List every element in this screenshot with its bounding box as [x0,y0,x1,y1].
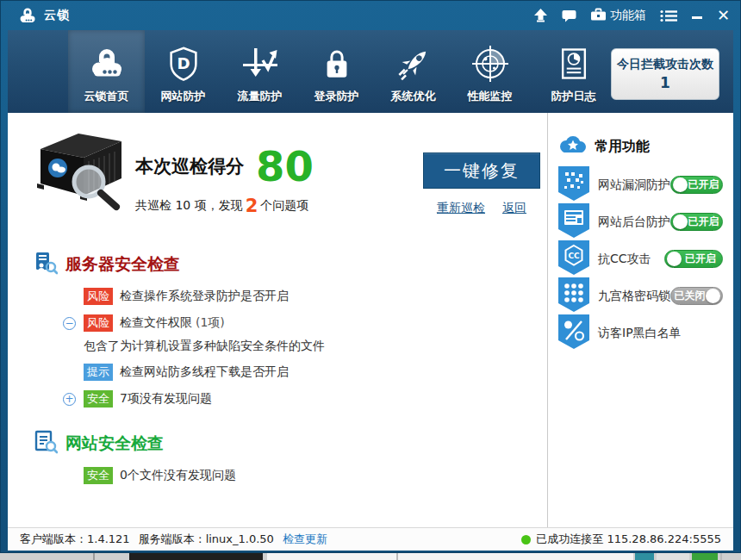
radar-icon [470,41,511,86]
nav-tab-website-protection[interactable]: D 网站防护 [145,30,221,113]
site-check-icon [34,430,58,457]
feature-label: 九宫格密码锁 [598,289,670,304]
upgrade-arrow-icon[interactable] [533,9,548,22]
app-title: 云锁 [44,8,70,23]
background-window-sliver [0,552,741,560]
nav-label-login-protection: 登录防护 [314,89,359,104]
scan-summary-text: 共巡检 10 项，发现 2 个问题项 [135,196,314,216]
toggle-anti-cc-attack[interactable]: 已开启 [664,250,723,268]
check-item-text: 检查文件权限 [120,315,192,331]
server-check-icon [34,251,58,278]
cc-shield-icon: CC [558,240,589,278]
check-item-note: 包含了为计算机设置多种缺陷安全条件的文件 [84,339,547,354]
nav-label-home: 云锁首页 [84,89,129,104]
server-scan-illustration [23,127,134,216]
nav-tab-home[interactable]: 云锁首页 [68,30,145,113]
toolbox-label: 功能箱 [610,8,646,23]
feature-label: 访客IP黑白名单 [598,326,682,341]
feature-website-backend-protection[interactable]: 网站后台防护 已开启 [558,203,733,240]
nav-tab-traffic-protection[interactable]: 流量防护 [221,30,298,113]
one-click-fix-button[interactable]: 一键修复 [423,152,540,189]
grid-shield-icon [558,277,589,315]
feature-pattern-lock[interactable]: 九宫格密码锁 已关闭 [558,277,733,314]
vuln-shield-icon [558,166,589,204]
score-label: 本次巡检得分 [135,154,244,178]
menu-list-icon[interactable] [660,9,677,22]
check-item-text: 0个文件没有发现问题 [120,468,236,483]
connection-status-dot [521,535,531,544]
nav-label-system-optimize: 系统优化 [391,89,436,104]
cloud-lock-icon [86,41,128,86]
feature-anti-cc-attack[interactable]: CC 抗CC攻击 已开启 [558,240,733,277]
main-navigation: 云锁首页 D 网站防护 流量防护 [8,30,733,113]
nav-tab-performance-monitor[interactable]: 性能监控 [451,30,528,113]
check-update-link[interactable]: 检查更新 [283,532,327,547]
risk-badge: 风险 [84,288,113,305]
scan-summary: 本次巡检得分 80 共巡检 10 项，发现 2 个问题项 一键修复 重新巡检 返… [8,125,547,228]
status-bar: 客户端版本：1.4.121 服务端版本：linux_1.0.50 检查更新 已成… [8,527,733,551]
safe-badge: 安全 [84,390,113,408]
shield-d-icon: D [164,41,203,86]
check-item-file-permission: − 风险 检查文件权限 (1项) [84,314,547,332]
summary-suffix: 个问题项 [260,198,308,214]
toolbox-button[interactable]: 功能箱 [590,8,646,24]
nav-tab-system-optimize[interactable]: 系统优化 [375,30,451,113]
rocket-icon [393,41,434,86]
toggle-knob [667,252,682,266]
toggle-website-vuln-protection[interactable]: 已开启 [670,176,723,194]
feature-ip-blackwhite-list[interactable]: 访客IP黑白名单 [558,314,733,352]
tip-badge: 提示 [84,364,113,381]
collapse-icon[interactable]: − [63,317,76,330]
score-block: 本次巡检得分 80 共巡检 10 项，发现 2 个问题项 [135,146,314,216]
title-bar: 云锁 功能箱 ✕ [1,1,740,30]
risk-badge: 风险 [84,314,113,332]
toggle-knob [706,289,720,303]
nav-tab-protection-log[interactable]: 防护日志 [535,30,612,113]
sidebar-title: 常用功能 [595,138,650,156]
content-area: 本次巡检得分 80 共巡检 10 项，发现 2 个问题项 一键修复 重新巡检 返… [8,113,733,551]
nav-tab-login-protection[interactable]: 登录防护 [298,30,375,113]
fix-actions: 一键修复 重新巡检 返回 [413,152,547,216]
toggle-website-backend-protection[interactable]: 已开启 [670,213,723,231]
nav-label-traffic-protection: 流量防护 [238,89,283,104]
nav-label-website-protection: 网站防护 [161,89,206,104]
site-check-title: 网站安全检查 [65,432,164,455]
feature-website-vuln-protection[interactable]: 网站漏洞防护 已开启 [558,166,733,203]
feature-label: 网站漏洞防护 [598,177,670,193]
svg-text:CC: CC [568,252,580,260]
rescan-link[interactable]: 重新巡检 [437,201,485,216]
toolbox-icon [590,8,607,24]
connection-status-text: 已成功连接至 115.28.86.224:5555 [536,532,721,547]
traffic-arrows-icon [240,41,281,86]
main-panel: 本次巡检得分 80 共巡检 10 项，发现 2 个问题项 一键修复 重新巡检 返… [8,113,547,527]
app-window: 云锁 功能箱 ✕ [0,0,741,553]
attack-counter-card: 今日拦截攻击次数 1 [611,48,719,100]
summary-prefix: 共巡检 10 项，发现 [135,198,243,214]
nav-label-performance-monitor: 性能监控 [468,89,513,104]
site-check-section: 网站安全检查 安全 0个文件没有发现问题 [34,430,547,484]
feature-label: 抗CC攻击 [598,252,651,267]
back-link[interactable]: 返回 [502,201,526,216]
toggle-pattern-lock[interactable]: 已关闭 [670,287,723,305]
feature-label: 网站后台防护 [598,215,670,230]
common-functions-sidebar: 常用功能 网站漏洞防护 [547,113,733,527]
check-item-os-login: 风险 检查操作系统登录防护是否开启 [84,288,547,305]
check-item-site-safe: 安全 0个文件没有发现问题 [84,467,547,484]
backend-shield-icon [558,203,589,241]
cloud-star-icon [558,135,588,158]
check-item-safe-group: + 安全 7项没有发现问题 [84,390,547,408]
check-item-multithread-download: 提示 检查网站防多线程下载是否开启 [84,364,547,381]
server-check-title: 服务器安全检查 [65,253,180,276]
close-button[interactable]: ✕ [717,9,730,22]
feedback-chat-icon[interactable] [562,9,576,22]
app-logo-lock-icon [18,7,37,24]
nav-label-protection-log: 防护日志 [551,89,596,104]
safe-badge: 安全 [84,467,113,484]
toggle-knob [673,215,688,229]
check-item-count: (1项) [196,315,225,331]
expand-icon[interactable]: + [63,393,76,406]
problem-count: 2 [246,196,258,216]
minimize-button[interactable] [691,9,703,22]
client-version: 客户端版本：1.4.121 [20,532,130,547]
attack-counter-label: 今日拦截攻击次数 [617,57,713,72]
